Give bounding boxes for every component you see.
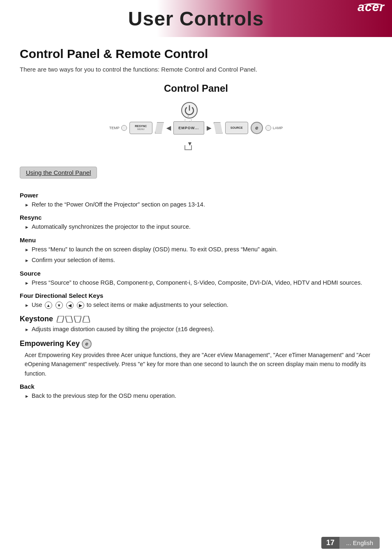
- menu-label: MENU: [137, 128, 145, 131]
- menu-title: Menu: [20, 237, 372, 244]
- power-button-diagram: [181, 102, 198, 119]
- keystone-left-diagram: [155, 122, 164, 134]
- resync-bullet-1: ► Automatically synchronizes the project…: [20, 223, 372, 232]
- control-panel-heading: Control Panel: [20, 83, 372, 94]
- empowering-e-inline: e: [82, 339, 92, 349]
- svg-marker-4: [83, 316, 90, 323]
- menu-bullet-1: ► Press “Menu” to launch the on screen d…: [20, 245, 372, 254]
- resync-title: Resync: [20, 214, 372, 221]
- menu-text-2: Confirm your selection of items.: [32, 256, 115, 265]
- keystone-symbols: [57, 316, 90, 323]
- bullet-arrow-2: ►: [25, 224, 29, 231]
- empowering-label: Empowering Key: [20, 339, 80, 348]
- keystone-label: Keystone: [20, 315, 53, 323]
- intro-text: There are two ways for you to control th…: [20, 65, 372, 74]
- nav-down-icon: ▼: [55, 302, 63, 309]
- bullet-arrow-7: ►: [25, 326, 29, 333]
- four-dir-bullet-1: ► Use ▲ ▼ ◀ ▶ to select items or make ad…: [20, 301, 372, 310]
- ks-trapezoid-2: [65, 316, 73, 323]
- bullet-arrow-8: ►: [25, 393, 29, 400]
- logo-text: acer: [357, 0, 385, 14]
- empowering-paragraph: Acer Empowering Key provides three Acer …: [20, 350, 372, 378]
- page-footer: 17 ... English: [321, 537, 380, 549]
- lamp-circle: [265, 125, 271, 131]
- nav-up-icon: ▲: [45, 302, 52, 309]
- bullet-arrow-4: ►: [25, 257, 29, 264]
- keystone-right-diagram: [214, 122, 223, 134]
- source-bullet-1: ► Press “Source” to choose RGB, Componen…: [20, 278, 372, 288]
- section-resync: Resync ► Automatically synchronizes the …: [20, 214, 372, 232]
- using-panel-header-wrap: Using the Control Panel: [20, 167, 372, 185]
- svg-marker-2: [65, 316, 73, 323]
- nav-left-arrow: ◀: [166, 125, 171, 131]
- section-keystone: Keystone ► Adjusts image distortion caus…: [20, 315, 372, 334]
- language-label: ... English: [339, 537, 380, 549]
- resync-label: RESYNC: [135, 125, 147, 128]
- bullet-arrow-6: ►: [25, 302, 29, 309]
- nav-down-shape: [184, 145, 192, 150]
- using-panel-header: Using the Control Panel: [20, 167, 97, 179]
- keystone-text: Adjusts image distortion caused by tilti…: [32, 325, 214, 334]
- ks-trapezoid-3: [74, 316, 81, 323]
- section-empowering: Empowering Key e Acer Empowering Key pro…: [20, 339, 372, 378]
- ks-trapezoid-4: [83, 316, 90, 323]
- temp-circle: [121, 125, 127, 131]
- power-title: Power: [20, 192, 372, 199]
- svg-marker-1: [57, 316, 64, 323]
- bullet-arrow-5: ►: [25, 280, 29, 287]
- section-back: Back ► Back to the previous step for the…: [20, 383, 372, 401]
- menu-bullet-2: ► Confirm your selection of items.: [20, 256, 372, 265]
- lamp-indicator: LAMP: [265, 125, 283, 131]
- empowering-button-diagram: e: [251, 122, 263, 134]
- section-four-dir: Four Directional Select Keys ► Use ▲ ▼ ◀…: [20, 292, 372, 310]
- power-text: Refer to the “Power On/Off the Projector…: [32, 200, 205, 209]
- lamp-label: LAMP: [273, 126, 283, 130]
- menu-text-1: Press “Menu” to launch the on screen dis…: [32, 245, 278, 254]
- keystone-title: Keystone: [20, 315, 372, 323]
- resync-text: Automatically synchronizes the projector…: [32, 223, 191, 232]
- temp-label: TEMP: [109, 126, 120, 130]
- keystone-bullet-1: ► Adjusts image distortion caused by til…: [20, 325, 372, 334]
- resync-menu-button: RESYNC MENU: [129, 122, 152, 134]
- acer-logo: acer: [357, 3, 385, 14]
- ks-trapezoid-1: [57, 316, 64, 323]
- controls-row: TEMP RESYNC MENU ◀ EMPOW... ▶: [93, 121, 299, 135]
- back-bullet-1: ► Back to the previous step for the OSD …: [20, 392, 372, 401]
- section-source: Source ► Press “Source” to choose RGB, C…: [20, 270, 372, 288]
- enter-button-diagram: EMPOW...: [173, 121, 204, 135]
- source-title: Source: [20, 270, 372, 277]
- page-title: User Controls: [128, 7, 264, 30]
- page-number: 17: [321, 537, 339, 549]
- four-dir-text: Use ▲ ▼ ◀ ▶ to select items or make adju…: [32, 301, 228, 310]
- power-bullet-1: ► Refer to the “Power On/Off the Project…: [20, 200, 372, 209]
- page-header: User Controls acer: [0, 0, 392, 37]
- four-dir-title: Four Directional Select Keys: [20, 292, 372, 299]
- empowering-title: Empowering Key e: [20, 339, 372, 349]
- diagram-container: ▲ TEMP RESYNC MENU ◀: [20, 101, 372, 158]
- svg-marker-3: [74, 316, 81, 323]
- section-menu: Menu ► Press “Menu” to launch the on scr…: [20, 237, 372, 265]
- source-label: SOURCE: [231, 126, 243, 129]
- bullet-arrow-1: ►: [25, 202, 29, 209]
- section-power: Power ► Refer to the “Power On/Off the P…: [20, 192, 372, 209]
- empowering-e: e: [255, 125, 258, 131]
- main-content: Control Panel & Remote Control There are…: [0, 37, 392, 430]
- control-panel-diagram: ▲ TEMP RESYNC MENU ◀: [93, 101, 299, 158]
- nav-right-arrow: ▶: [207, 125, 211, 131]
- bullet-arrow-3: ►: [25, 246, 29, 253]
- temp-indicator: TEMP: [109, 125, 127, 131]
- section-title: Control Panel & Remote Control: [20, 47, 372, 61]
- center-block: EMPOW...: [173, 121, 204, 135]
- source-button-diagram: SOURCE: [225, 122, 248, 134]
- source-text: Press “Source” to choose RGB, Component-…: [32, 278, 362, 288]
- nav-right-icon: ▶: [77, 302, 84, 309]
- back-text: Back to the previous step for the OSD me…: [32, 392, 176, 401]
- back-title: Back: [20, 383, 372, 390]
- nav-left-icon: ◀: [66, 302, 74, 309]
